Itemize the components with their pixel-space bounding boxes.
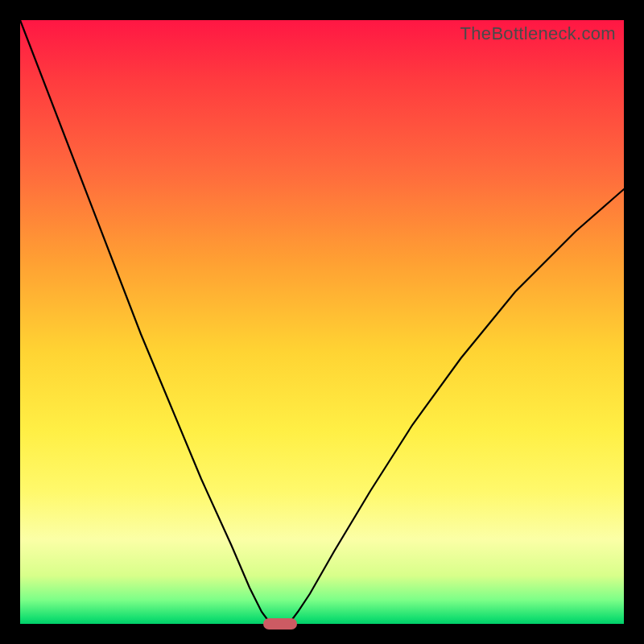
chart-frame: TheBottleneck.com [0, 0, 644, 644]
curve-layer [20, 20, 624, 624]
curve-right-branch [289, 189, 624, 624]
minimum-marker [263, 618, 297, 630]
curve-left-branch [20, 20, 270, 624]
plot-area: TheBottleneck.com [20, 20, 624, 624]
